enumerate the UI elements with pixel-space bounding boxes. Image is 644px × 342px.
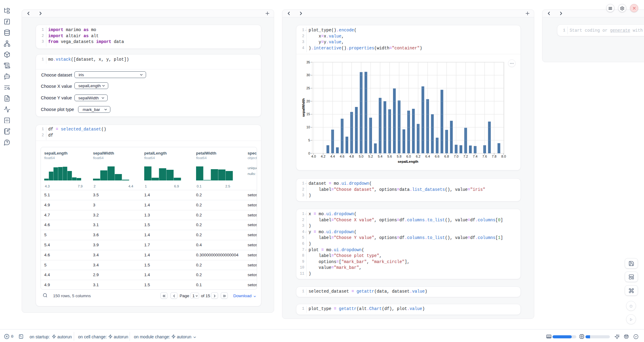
svg-text:5.0: 5.0 <box>359 155 363 158</box>
svg-text:0: 0 <box>308 151 310 155</box>
svg-text:15: 15 <box>306 112 310 116</box>
svg-text:7.6: 7.6 <box>482 155 487 158</box>
svg-text:7.8: 7.8 <box>492 155 496 158</box>
svg-text:sepalWidth: sepalWidth <box>302 98 305 117</box>
svg-text:30: 30 <box>306 73 310 77</box>
svg-text:35: 35 <box>306 60 310 64</box>
svg-text:4.0: 4.0 <box>311 155 316 158</box>
svg-text:6.2: 6.2 <box>416 155 420 158</box>
svg-text:5.4: 5.4 <box>378 155 382 158</box>
svg-text:6.0: 6.0 <box>406 155 411 158</box>
svg-text:5: 5 <box>308 138 310 142</box>
svg-text:20: 20 <box>306 99 310 103</box>
svg-text:5.2: 5.2 <box>368 155 373 158</box>
svg-text:4.2: 4.2 <box>321 155 325 158</box>
svg-text:5.8: 5.8 <box>397 155 401 158</box>
svg-text:7.4: 7.4 <box>473 155 478 158</box>
svg-text:7.2: 7.2 <box>463 155 468 158</box>
svg-text:5.6: 5.6 <box>387 155 392 158</box>
svg-text:4.8: 4.8 <box>349 155 354 158</box>
svg-text:10: 10 <box>306 125 310 129</box>
svg-text:4.6: 4.6 <box>340 155 344 158</box>
svg-text:8.0: 8.0 <box>501 155 506 158</box>
svg-text:7.0: 7.0 <box>454 155 458 158</box>
svg-text:25: 25 <box>306 86 310 90</box>
svg-text:6.4: 6.4 <box>425 155 430 158</box>
svg-text:4.4: 4.4 <box>330 155 335 158</box>
svg-text:6.6: 6.6 <box>435 155 439 158</box>
svg-text:6.8: 6.8 <box>444 155 449 158</box>
svg-text:sepalLength: sepalLength <box>398 160 418 163</box>
